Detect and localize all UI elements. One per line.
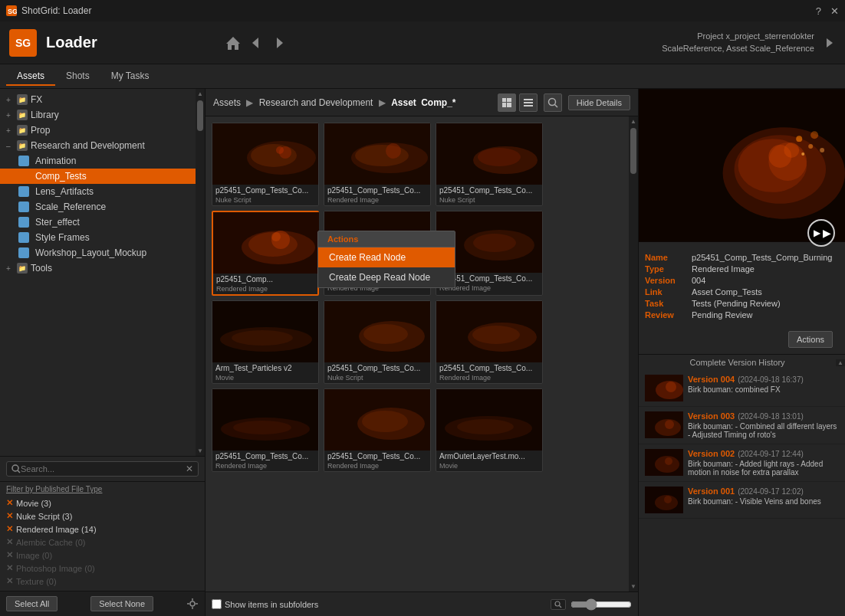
show-subfolders-checkbox[interactable] [212,599,222,609]
search-icon-content [547,97,558,108]
help-button[interactable]: ? [816,5,821,17]
grid-item-10[interactable]: p25451_Comp_Tests_Co... Rendered Image [212,388,319,472]
filter-remove-alembic[interactable]: ✕ [6,537,13,547]
sidebar-item-prop[interactable]: + 📁 Prop [0,123,196,138]
app-title: Loader [46,34,215,51]
tab-my-tasks[interactable]: My Tasks [100,67,160,86]
info-name-row: Name p25451_Comp_Tests_Comp_Burning [645,253,839,262]
zoom-search [551,599,566,610]
sidebar-item-fx[interactable]: + 📁 FX [0,92,196,107]
sidebar-item-library[interactable]: + 📁 Library [0,107,196,123]
grid-item-7[interactable]: Arm_Test_Particles v2 Movie [212,300,319,384]
filter-movie: ✕ Movie (3) [6,496,199,510]
scroll-up-arrow[interactable]: ▲ [196,89,205,97]
grid-scroll-track [630,128,636,580]
scroll-down-arrow[interactable]: ▼ [196,447,205,456]
expand-library[interactable]: + [6,111,14,120]
filter-remove-photoshop[interactable]: ✕ [6,563,13,573]
forward-button[interactable] [271,34,288,51]
list-view-button[interactable] [519,93,538,112]
settings-icon[interactable] [186,598,199,610]
sidebar-item-animation[interactable]: Animation [0,153,196,169]
filter-nuke: ✕ Nuke Script (3) [6,510,199,523]
filter-title[interactable]: Filter by Published File Type [6,485,199,493]
version-item-003[interactable]: Version 003 (2024-09-18 13:01) Birk boum… [639,407,845,444]
grid-view-button[interactable] [498,93,516,112]
sidebar-label-lens: Lens_Artifacts [35,186,94,197]
grid-item-4[interactable]: p25451_Comp... Rendered Image Actions Cr… [212,211,319,296]
asset-icon-comp-tests [18,171,29,182]
grid-type-3: Nuke Script [436,196,542,205]
zoom-controls [551,598,632,611]
home-button[interactable] [225,34,242,51]
filter-remove-image[interactable]: ✕ [6,550,13,560]
hide-details-button[interactable]: Hide Details [568,95,630,110]
grid-scroll-down[interactable]: ▼ [629,583,638,591]
create-read-node-menu-item[interactable]: Create Read Node [318,247,455,267]
svg-point-49 [233,421,291,434]
tab-assets[interactable]: Assets [6,67,55,86]
sidebar-item-comp-tests[interactable]: Comp_Tests [0,169,196,184]
info-review-label: Review [645,310,687,319]
sidebar-item-tools[interactable]: + 📁 Tools [0,260,196,276]
svg-point-81 [664,496,672,503]
asset-icon-scale [18,202,29,212]
create-deep-read-node-menu-item[interactable]: Create Deep Read Node [318,267,455,287]
sidebar-item-ster-effect[interactable]: Ster_effect [0,215,196,230]
search-input[interactable] [21,464,186,473]
expand-research[interactable]: – [6,142,14,150]
close-button[interactable]: ✕ [830,5,839,17]
grid-item-8[interactable]: p25451_Comp_Tests_Co... Nuke Script [324,300,431,384]
expand-fx[interactable]: + [6,96,14,104]
tab-shots[interactable]: Shots [55,67,100,86]
version-thumb-002 [645,449,683,476]
filter-remove-nuke[interactable]: ✕ [6,511,13,521]
grid-thumb-4 [213,212,319,274]
sidebar-item-workshop[interactable]: Workshop_Layout_Mockup [0,245,196,260]
details-actions-button[interactable]: Actions [788,331,833,348]
version-item-001[interactable]: Version 001 (2024-09-17 12:02) Birk boum… [639,482,845,519]
play-button[interactable]: ▶ [807,219,835,247]
sidebar-label-scale: Scale_Reference [35,202,106,212]
grid-item-1[interactable]: p25451_Comp_Tests_Co... Nuke Script [212,123,319,206]
grid-item-2[interactable]: p25451_Comp_Tests_Co... Rendered Image [324,123,431,206]
content-search-button[interactable] [544,93,562,112]
grid-item-12[interactable]: ArmOuterLayerTest.mo... Movie [436,388,543,472]
scroll-thumb[interactable] [197,100,203,131]
sidebar-item-style-frames[interactable]: Style Frames [0,230,196,245]
sidebar-item-research[interactable]: – 📁 Research and Development [0,138,196,153]
search-clear[interactable]: ✕ [186,464,193,474]
expand-prop[interactable]: + [6,126,14,135]
version-item-002[interactable]: Version 002 (2024-09-17 12:44) Birk boum… [639,444,845,482]
sidebar-item-lens-artifacts[interactable]: Lens_Artifacts [0,184,196,199]
grid-item-11[interactable]: p25451_Comp_Tests_Co... Rendered Image [324,388,431,472]
version-scroll-up[interactable]: ▲ [837,359,843,366]
svg-point-40 [232,330,293,346]
breadcrumb-assets[interactable]: Assets [213,97,241,108]
grid-thumb-1 [212,123,318,185]
version-item-004[interactable]: Version 004 (2024-09-18 16:37) Birk boum… [639,370,845,407]
svg-line-14 [554,104,557,107]
grid-item-3[interactable]: p25451_Comp_Tests_Co... Nuke Script [436,123,543,206]
back-button[interactable] [248,34,265,51]
nav-icons [225,34,288,51]
filter-remove-movie[interactable]: ✕ [6,498,13,508]
sidebar-label-fx: FX [31,94,42,105]
main-layout: + 📁 FX + 📁 Library + 📁 Prop [0,89,845,616]
grid-thumb-7 [212,301,318,362]
expand-tools[interactable]: + [6,264,14,273]
filter-texture: ✕ Texture (0) [6,575,199,588]
select-all-button[interactable]: Select All [6,596,58,611]
version-date-001: (2024-09-17 12:02) [738,487,804,496]
grid-item-9[interactable]: p25451_Comp_Tests_Co... Rendered Image [436,300,543,384]
sidebar-item-scale-ref[interactable]: Scale_Reference [0,199,196,215]
breadcrumb-category[interactable]: Research and Development [259,97,373,108]
grid-scroll-up[interactable]: ▲ [629,116,638,125]
filter-remove-texture[interactable]: ✕ [6,576,13,586]
grid-scroll-thumb[interactable] [630,128,636,174]
zoom-slider[interactable] [570,598,632,611]
filter-remove-rendered[interactable]: ✕ [6,524,13,534]
breadcrumb-nav-arrow[interactable] [824,37,836,49]
breadcrumb-sep2: ▶ [379,97,388,108]
select-none-button[interactable]: Select None [90,596,153,611]
